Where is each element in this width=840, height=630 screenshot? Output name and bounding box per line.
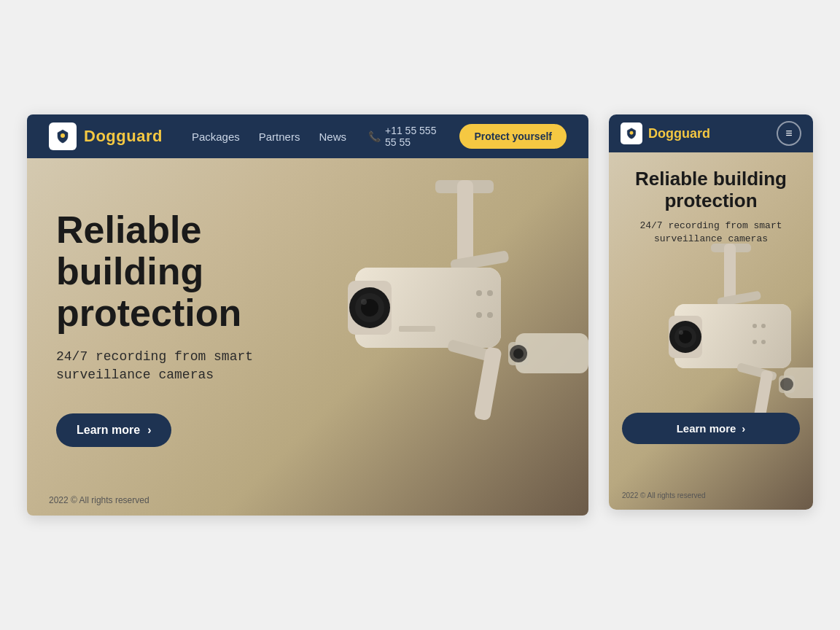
protect-yourself-button[interactable]: Protect yourself bbox=[459, 124, 567, 149]
mobile-hero-title: Reliable building protection bbox=[622, 168, 800, 212]
mobile-learn-more-label: Learn more bbox=[677, 422, 736, 435]
mobile-hero-subtitle: 24/7 recording from smart surveillance c… bbox=[622, 219, 800, 246]
mobile-learn-more-button[interactable]: Learn more › bbox=[622, 413, 800, 444]
desktop-card: Dogguard Packages Partners News 📞 +11 55… bbox=[27, 114, 588, 516]
svg-point-23 bbox=[630, 131, 634, 135]
nav-partners[interactable]: Partners bbox=[259, 131, 300, 143]
phone-icon: 📞 bbox=[368, 131, 381, 142]
mobile-menu-button[interactable]: ≡ bbox=[777, 121, 801, 146]
mobile-hero: Reliable building protection 24/7 record… bbox=[609, 152, 813, 510]
learn-more-button[interactable]: Learn more › bbox=[56, 413, 171, 447]
desktop-hero: Reliable building protection 24/7 record… bbox=[27, 158, 588, 516]
svg-point-0 bbox=[61, 133, 65, 138]
desktop-navbar: Dogguard Packages Partners News 📞 +11 55… bbox=[27, 114, 588, 158]
nav-phone: 📞 +11 55 555 55 55 bbox=[368, 125, 438, 148]
hamburger-icon: ≡ bbox=[785, 127, 792, 140]
logo-text: Dogguard bbox=[84, 127, 163, 146]
mobile-footer: 2022 © All rights reserved bbox=[622, 491, 706, 499]
chevron-right-icon: › bbox=[147, 424, 151, 437]
hero-content: Reliable building protection 24/7 record… bbox=[27, 158, 588, 516]
desktop-footer: 2022 © All rights reserved bbox=[49, 495, 149, 505]
mobile-logo-text: Dogguard bbox=[648, 126, 710, 141]
hero-title: Reliable building protection bbox=[56, 209, 304, 335]
learn-more-label: Learn more bbox=[77, 424, 140, 437]
mobile-logo-icon bbox=[621, 122, 642, 144]
nav-packages[interactable]: Packages bbox=[192, 131, 240, 143]
logo-icon bbox=[49, 122, 77, 150]
hero-subtitle: 24/7 recording from smart surveillance c… bbox=[56, 348, 275, 384]
mobile-chevron-right-icon: › bbox=[742, 422, 745, 435]
mobile-logo[interactable]: Dogguard bbox=[621, 122, 710, 144]
desktop-logo[interactable]: Dogguard bbox=[49, 122, 163, 150]
mobile-hero-content: Reliable building protection 24/7 record… bbox=[609, 152, 813, 510]
nav-links: Packages Partners News bbox=[192, 131, 346, 143]
mobile-navbar: Dogguard ≡ bbox=[609, 114, 813, 152]
page-wrapper: Dogguard Packages Partners News 📞 +11 55… bbox=[27, 114, 813, 516]
mobile-card: Dogguard ≡ bbox=[609, 114, 813, 510]
nav-news[interactable]: News bbox=[319, 131, 346, 143]
phone-number: +11 55 555 55 55 bbox=[385, 125, 438, 148]
